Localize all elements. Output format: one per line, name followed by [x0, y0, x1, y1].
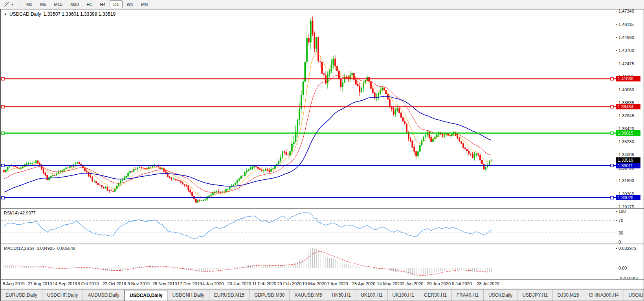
chart-ohlc-values: 1.33507 1.33601 1.33399 1.33519: [44, 11, 116, 17]
top-toolbar: ▼ M1M5M15M30H1H4D1W1MN: [0, 0, 644, 9]
time-axis-label: 22 Oct 2019: [103, 281, 126, 286]
chart-tab-eurusd-m15[interactable]: EURUSD,M15: [209, 290, 250, 301]
macd-axis-label: -0.018154: [618, 277, 638, 279]
rsi-axis-label: 0: [618, 240, 621, 244]
time-axis-label: 11 Feb 2020: [252, 281, 276, 286]
price-axis-label: 1.42475: [618, 61, 634, 66]
time-axis-label: 25 Apr 2020: [352, 281, 375, 286]
price-pane[interactable]: ▼ USDCAD,Daily 1.33507 1.33601 1.33399 1…: [1, 9, 644, 208]
hline-1.41060[interactable]: [1, 78, 616, 80]
chart-tab-uk100-h1[interactable]: UK100,H1: [388, 290, 419, 301]
axis-corner: [616, 280, 644, 288]
chart-tab-audusd-daily[interactable]: AUDUSD,Daily: [83, 290, 125, 301]
chart-tab-usdcad-daily[interactable]: USDCAD,Daily: [125, 290, 167, 301]
timeframe-button-m1[interactable]: M1: [23, 0, 36, 8]
time-axis[interactable]: 8 Aug 201927 Aug 201914 Sep 20193 Oct 20…: [1, 280, 644, 288]
chart-tab-ger30-h1[interactable]: GER30,H1: [419, 290, 452, 301]
time-axis-label: 9 Nov 2019: [128, 281, 150, 286]
axis-tick: [616, 90, 617, 90]
time-axis-label: 7 Apr 2020: [327, 281, 348, 286]
timeframe-button-m5[interactable]: M5: [37, 0, 50, 8]
time-axis-label: 14 Sep 2019: [53, 281, 77, 286]
chart-periods-icon: [4, 1, 10, 7]
time-axis-label: 28 Nov 2019: [152, 281, 177, 286]
axis-tick: [616, 103, 617, 103]
macd-pane[interactable]: MACD(12,26,9) -0.004925 -0.005548 0.0329…: [1, 244, 644, 279]
rsi-canvas: [1, 209, 616, 244]
timeframe-button-h1[interactable]: H1: [83, 0, 95, 8]
timeframe-button-mn[interactable]: MN: [138, 0, 151, 8]
chart-tab-usoil-daily[interactable]: USOil,Daily: [484, 290, 517, 301]
hline-1.36015[interactable]: [1, 132, 616, 135]
timeframe-button-m15[interactable]: M15: [51, 0, 66, 8]
candles-group: [3, 17, 492, 203]
collapse-caret-icon[interactable]: ▼: [4, 13, 7, 16]
chart-tab-xauusd-m5[interactable]: XAUUSD,M5: [290, 290, 327, 301]
periods-dropdown-caret[interactable]: ▼: [11, 3, 14, 6]
axis-tick: [616, 194, 617, 194]
chart-tab-eurusd-daily[interactable]: EURUSD,Daily: [1, 290, 42, 301]
current-price-tag: 1.33519: [616, 157, 640, 163]
timeframe-button-m30[interactable]: M30: [67, 0, 82, 8]
time-axis-label: 3 Oct 2019: [78, 281, 99, 286]
rsi-axis-label: 30: [618, 231, 623, 235]
candlestick-canvas: [1, 9, 616, 208]
chart-tab-usdchf-daily[interactable]: USDCHF,Daily: [42, 290, 83, 301]
hline-1.38464[interactable]: [1, 105, 616, 108]
timeframe-button-w1[interactable]: W1: [123, 0, 137, 8]
chart-title: ▼ USDCAD,Daily 1.33507 1.33601 1.33399 1…: [4, 11, 116, 17]
axis-tick: [616, 155, 617, 155]
chart-tab-usdcnh-daily[interactable]: USDCNH,Daily: [167, 290, 209, 301]
chart-tab-uk100-h1[interactable]: UK100,H1: [356, 290, 387, 301]
ma-line-8: [4, 52, 492, 198]
toolbar-grip[interactable]: [18, 1, 20, 7]
level-price-tag: 1.30020: [616, 195, 640, 200]
price-axis-label: 1.37645: [618, 113, 634, 118]
timeframe-button-h4[interactable]: H4: [96, 0, 109, 8]
macd-histogram: [4, 248, 492, 277]
chart-tab-hk50-h1[interactable]: HK50,H1: [327, 290, 356, 301]
macd-canvas: [1, 244, 616, 279]
macd-indicator-label: MACD(12,26,9) -0.004925 -0.005548: [4, 246, 75, 251]
rsi-pane[interactable]: RSI(14) 42.9977 10070300: [1, 209, 644, 244]
chart-window: ▼ USDCAD,Daily 1.33507 1.33601 1.33399 1…: [0, 9, 644, 301]
axis-tick: [616, 142, 617, 142]
chart-tab-bar: EURUSD,DailyUSDCHF,DailyAUDUSD,DailyUSDC…: [1, 289, 644, 301]
hline-1.30020[interactable]: [1, 196, 616, 199]
timeframe-buttons: M1M5M15M30H1H4D1W1MN: [22, 0, 152, 8]
price-axis-label: 1.35230: [618, 139, 634, 144]
price-axis-label: 1.31590: [618, 178, 634, 183]
axis-tick: [616, 129, 617, 129]
rsi-indicator-label: RSI(14) 42.9977: [4, 211, 36, 215]
time-axis-label: 28 Jul 2020: [477, 281, 499, 286]
axis-tick: [616, 64, 617, 64]
level-price-tag: 1.38464: [616, 104, 640, 109]
time-axis-label: 8 Aug 2019: [3, 281, 25, 286]
chart-tab-gbpusd-m30[interactable]: GBPUSD,M30: [250, 290, 290, 301]
periods-tool[interactable]: ▼: [2, 0, 15, 9]
level-price-tag: 1.36015: [616, 130, 640, 136]
timeframe-button-d1[interactable]: D1: [110, 0, 122, 8]
chart-tab-china300-h4[interactable]: CHINA300,H4: [584, 290, 624, 301]
chart-tab-dj30-m15[interactable]: DJ30,M15: [553, 290, 584, 301]
time-axis-label: 29 Feb 2020: [277, 281, 302, 286]
time-axis-label: 17 Dec 2019: [178, 281, 202, 286]
time-axis-label: 4 Jan 2020: [202, 281, 224, 286]
time-axis-label: 14 May 2020: [377, 281, 402, 286]
axis-tick: [616, 207, 617, 207]
macd-axis-label: 0.032972: [618, 246, 637, 251]
rsi-axis-label: 100: [618, 209, 626, 214]
time-axis-label: 20 Jun 2020: [427, 281, 451, 286]
chart-tab-fra40-h1[interactable]: FRA40,H1: [452, 290, 484, 301]
rsi-axis: 10070300: [616, 209, 644, 244]
price-axis-label: 1.46115: [618, 22, 634, 27]
macd-axis-label: 0.00: [618, 266, 627, 270]
chart-tab-usdjpy-h1[interactable]: USDJPY,H1: [517, 290, 552, 301]
rsi-line: [4, 212, 492, 239]
price-axis-label: 1.44890: [618, 35, 634, 40]
chart-tab-usoil-h[interactable]: USOil,H: [624, 290, 644, 301]
hline-1.33011[interactable]: [1, 164, 616, 167]
price-axis-label: 1.40060: [618, 87, 634, 92]
time-axis-label: 23 Jan 2020: [228, 281, 251, 286]
price-axis[interactable]: 1.473401.461151.448901.437001.424751.412…: [616, 9, 644, 208]
